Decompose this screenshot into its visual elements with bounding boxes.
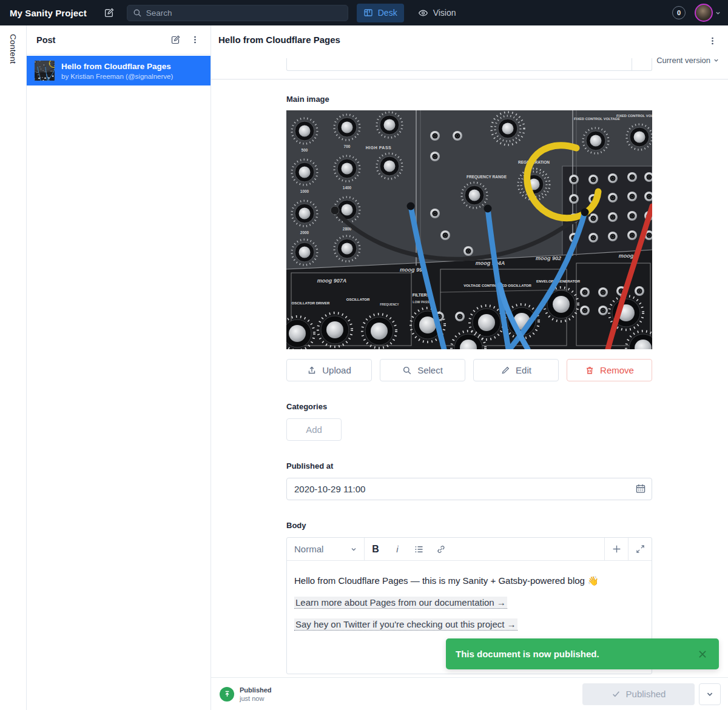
expand-editor-button[interactable] bbox=[628, 538, 652, 560]
version-label: Current version bbox=[656, 56, 710, 65]
chevron-down-icon bbox=[706, 691, 713, 698]
add-category-button[interactable]: Add bbox=[286, 418, 342, 441]
edit-button[interactable]: Edit bbox=[473, 359, 559, 381]
search-input-wrap bbox=[127, 5, 348, 21]
chevron-down-icon bbox=[351, 546, 357, 552]
project-title: My Sanity Project bbox=[10, 8, 87, 18]
kebab-icon bbox=[190, 35, 200, 44]
bullet-list-icon bbox=[414, 544, 424, 554]
link-icon bbox=[436, 544, 446, 554]
search-input[interactable] bbox=[146, 8, 328, 18]
categories-label: Categories bbox=[286, 402, 652, 412]
bold-button[interactable]: B bbox=[365, 538, 386, 560]
hints-count-badge[interactable]: 0 bbox=[672, 6, 686, 19]
plus-icon bbox=[612, 544, 622, 554]
image-actions: Upload Select Edit bbox=[286, 359, 652, 381]
search-icon bbox=[402, 366, 412, 375]
body-paragraph: Hello from Cloudflare Pages — this is my… bbox=[294, 575, 644, 587]
chevron-down-icon bbox=[713, 58, 719, 63]
select-label: Select bbox=[417, 365, 443, 375]
document-form: Main image Upload Select bbox=[286, 79, 652, 674]
text-style-select[interactable]: Normal bbox=[287, 538, 365, 560]
compose-document-button[interactable] bbox=[166, 30, 185, 50]
trash-icon bbox=[585, 366, 595, 375]
publish-status-icon bbox=[220, 687, 234, 702]
list-item-title: Hello from Cloudflare Pages bbox=[61, 62, 173, 71]
upload-icon bbox=[307, 366, 317, 375]
top-navbar: My Sanity Project Desk Vi bbox=[0, 0, 728, 25]
publish-time: just now bbox=[240, 695, 272, 702]
italic-button[interactable]: i bbox=[386, 538, 408, 560]
kebab-icon bbox=[708, 36, 717, 45]
badge-count: 0 bbox=[677, 9, 681, 16]
version-selector[interactable]: Current version bbox=[656, 56, 719, 65]
remove-button[interactable]: Remove bbox=[567, 359, 652, 381]
compose-icon bbox=[170, 35, 181, 45]
document-pane: Hello from Cloudflare Pages Current vers… bbox=[211, 25, 728, 710]
pane-header: Post bbox=[27, 25, 211, 55]
insert-block-button[interactable] bbox=[604, 538, 628, 560]
toast-published: This document is now published. bbox=[446, 638, 719, 669]
pane-title: Post bbox=[36, 35, 166, 45]
expand-icon bbox=[636, 544, 645, 554]
list-item-text: Hello from Cloudflare Pages by Kristian … bbox=[61, 62, 173, 80]
upload-button[interactable]: Upload bbox=[286, 359, 372, 381]
chevron-down-icon[interactable] bbox=[715, 10, 721, 16]
link-button[interactable] bbox=[430, 538, 452, 560]
document-menu-button[interactable] bbox=[703, 31, 722, 50]
clipped-field-input[interactable] bbox=[286, 58, 652, 71]
document-header: Hello from Cloudflare Pages Current vers… bbox=[211, 25, 728, 79]
edit-label: Edit bbox=[516, 365, 531, 375]
main-image-preview[interactable] bbox=[286, 110, 652, 349]
check-icon bbox=[612, 689, 621, 698]
main-image-label: Main image bbox=[286, 95, 652, 104]
eye-icon bbox=[418, 8, 428, 18]
list-item-post[interactable]: Hello from Cloudflare Pages by Kristian … bbox=[27, 56, 211, 85]
tab-vision[interactable]: Vision bbox=[411, 4, 463, 22]
publish-button-label: Published bbox=[626, 689, 666, 699]
tab-content[interactable]: Content bbox=[8, 34, 18, 64]
publish-status: Published bbox=[240, 686, 272, 694]
list-item-thumbnail bbox=[35, 61, 55, 81]
upload-label: Upload bbox=[322, 365, 351, 375]
toast-message: This document is now published. bbox=[456, 649, 695, 659]
compose-icon bbox=[104, 7, 115, 18]
desk-icon bbox=[363, 8, 373, 18]
pane-menu-button[interactable] bbox=[185, 30, 204, 50]
editor-toolbar: Normal B i bbox=[287, 538, 652, 561]
tab-desk-label: Desk bbox=[378, 8, 397, 18]
body-link-twitter[interactable]: Say hey on Twitter if you're checking ou… bbox=[294, 618, 517, 631]
select-button[interactable]: Select bbox=[380, 359, 465, 381]
published-at-input[interactable] bbox=[286, 478, 652, 500]
avatar[interactable] bbox=[695, 4, 713, 22]
editor-content[interactable]: Hello from Cloudflare Pages — this is my… bbox=[287, 561, 652, 631]
published-at-label: Published at bbox=[286, 461, 652, 471]
calendar-icon[interactable] bbox=[635, 483, 646, 494]
content-strip: Content bbox=[0, 25, 27, 710]
new-document-button[interactable] bbox=[100, 4, 118, 22]
text-style-value: Normal bbox=[294, 544, 323, 554]
published-at-field bbox=[286, 478, 652, 500]
publish-button[interactable]: Published bbox=[582, 683, 695, 705]
bullet-list-button[interactable] bbox=[408, 538, 430, 560]
close-icon[interactable] bbox=[695, 646, 710, 662]
publish-status-text: Published just now bbox=[240, 686, 272, 702]
tab-vision-label: Vision bbox=[433, 8, 456, 18]
pencil-icon bbox=[500, 366, 510, 375]
body-link-docs[interactable]: Learn more about Pages from our document… bbox=[294, 597, 507, 609]
publish-menu-button[interactable] bbox=[699, 683, 721, 705]
document-title: Hello from Cloudflare Pages bbox=[218, 35, 340, 45]
tab-desk[interactable]: Desk bbox=[357, 4, 404, 22]
body-label: Body bbox=[286, 521, 652, 531]
document-list-pane: Post Hello from Cloudflare Pages by Kris… bbox=[27, 25, 211, 710]
document-footer: Published just now Published bbox=[211, 677, 728, 710]
remove-label: Remove bbox=[600, 365, 634, 375]
list-item-subtitle: by Kristian Freeman (@signalnerve) bbox=[61, 73, 173, 80]
search-icon bbox=[133, 8, 142, 18]
